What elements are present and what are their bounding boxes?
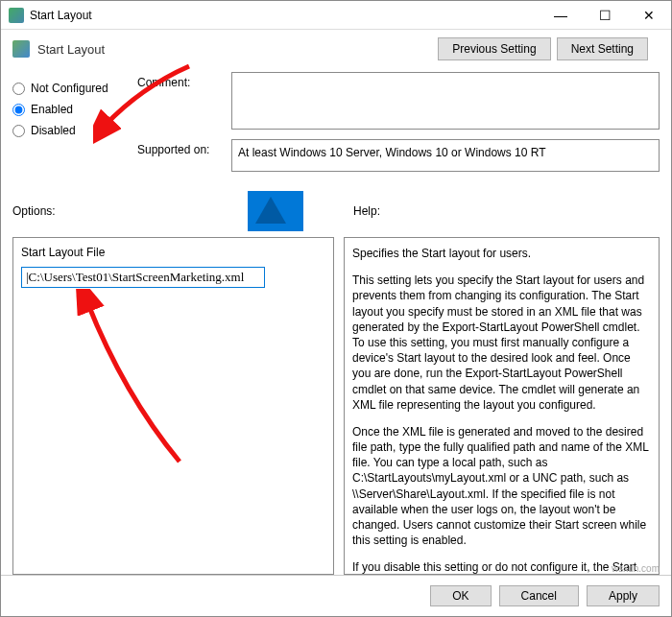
- window-title: Start Layout: [30, 9, 539, 22]
- layout-file-label: Start Layout File: [21, 246, 325, 259]
- config-section: Not Configured Enabled Disabled Comment:…: [1, 68, 671, 189]
- radio-disabled[interactable]: Disabled: [12, 124, 128, 137]
- radio-not-configured-input[interactable]: [12, 83, 25, 95]
- help-text: To use this setting, you must first manu…: [352, 335, 651, 413]
- fields: Comment: Supported on: At least Windows …: [137, 72, 660, 181]
- layout-file-input[interactable]: [21, 267, 265, 288]
- supported-value: At least Windows 10 Server, Windows 10 o…: [231, 139, 660, 172]
- button-bar: OK Cancel Apply: [1, 575, 671, 616]
- next-setting-button[interactable]: Next Setting: [557, 37, 648, 60]
- windows-club-logo-icon: [248, 191, 303, 231]
- nav-buttons: Previous Setting Next Setting: [438, 37, 648, 60]
- ok-button[interactable]: OK: [430, 585, 491, 606]
- help-text: If you disable this setting or do not co…: [352, 559, 651, 575]
- options-label: Options:: [12, 204, 248, 218]
- header: Start Layout Previous Setting Next Setti…: [1, 30, 671, 68]
- policy-icon: [12, 40, 30, 58]
- help-text: Specifies the Start layout for users.: [352, 246, 651, 261]
- mid-row: Options: Help:: [1, 189, 671, 237]
- help-text: Once the XML file is generated and moved…: [352, 424, 651, 549]
- help-label: Help:: [353, 204, 380, 218]
- minimize-button[interactable]: —: [539, 1, 583, 30]
- previous-setting-button[interactable]: Previous Setting: [438, 37, 550, 60]
- apply-button[interactable]: Apply: [587, 585, 660, 606]
- radio-enabled[interactable]: Enabled: [12, 103, 128, 116]
- state-radios: Not Configured Enabled Disabled: [12, 72, 128, 181]
- watermark: wsxdn.com: [612, 563, 660, 574]
- start-layout-dialog: Start Layout — ☐ ✕ Start Layout Previous…: [0, 0, 672, 617]
- panes: Start Layout File Specifies the Start la…: [1, 237, 671, 575]
- radio-not-configured[interactable]: Not Configured: [12, 82, 128, 95]
- radio-enabled-label: Enabled: [31, 103, 73, 116]
- comment-label: Comment:: [137, 72, 231, 89]
- options-pane: Start Layout File: [12, 237, 334, 575]
- supported-label: Supported on:: [137, 139, 231, 156]
- comment-input[interactable]: [231, 72, 660, 130]
- policy-title: Start Layout: [37, 42, 430, 57]
- radio-not-configured-label: Not Configured: [31, 82, 108, 95]
- cancel-button[interactable]: Cancel: [499, 585, 579, 606]
- help-pane[interactable]: Specifies the Start layout for users. Th…: [344, 237, 660, 575]
- titlebar: Start Layout — ☐ ✕: [1, 1, 671, 30]
- radio-enabled-input[interactable]: [12, 104, 25, 116]
- maximize-button[interactable]: ☐: [583, 1, 627, 30]
- app-icon: [9, 8, 24, 23]
- close-button[interactable]: ✕: [627, 1, 671, 30]
- help-text: This setting lets you specify the Start …: [352, 273, 651, 335]
- radio-disabled-label: Disabled: [31, 124, 76, 137]
- radio-disabled-input[interactable]: [12, 125, 25, 137]
